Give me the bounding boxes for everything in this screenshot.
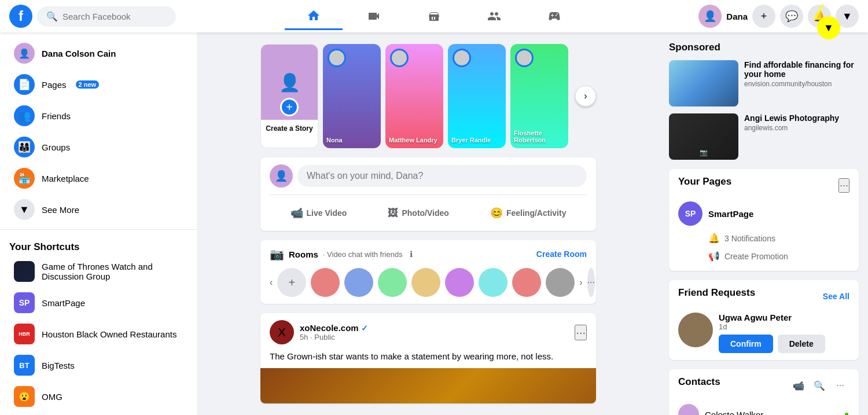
add-room-avatar[interactable]: + bbox=[277, 268, 306, 297]
facebook-logo[interactable]: f bbox=[9, 5, 32, 28]
post-meta: 5h · Public bbox=[300, 333, 368, 341]
shortcut-item-hbor[interactable]: HBR Houston Black Owned Restaurants bbox=[5, 319, 192, 349]
shortcut-item-bigtests[interactable]: BT BigTests bbox=[5, 350, 192, 380]
verified-badge-icon: ✓ bbox=[361, 324, 368, 333]
shortcut-item-fts[interactable]: 🏛 Former Trump Supporters bbox=[5, 413, 192, 415]
center-feed: 👤 + Create a Story Nona Matthew Landry bbox=[197, 32, 660, 415]
post-header: X xoNecole.com ✓ 5h · Public ··· bbox=[260, 313, 596, 351]
friend-request-name: Ugwa Agwu Peter bbox=[719, 313, 849, 322]
shortcut-item-omg[interactable]: 😮 OMG bbox=[5, 381, 192, 412]
search-contacts-button[interactable]: 🔍 bbox=[810, 376, 829, 395]
room-avatar-3[interactable] bbox=[378, 268, 407, 297]
add-button[interactable]: + bbox=[752, 5, 775, 28]
post-author-info: xoNecole.com ✓ 5h · Public bbox=[300, 323, 368, 341]
rooms-avatars: ‹ + › ··· bbox=[270, 268, 587, 297]
sidebar-item-marketplace[interactable]: 🏪 Marketplace bbox=[5, 163, 192, 193]
contacts-more-button[interactable]: ··· bbox=[831, 376, 849, 395]
story-card-4[interactable]: Floshette Robertson bbox=[510, 44, 568, 148]
contact-item-celeste[interactable]: Celeste Walker bbox=[678, 402, 849, 415]
sidebar-item-see-more[interactable]: ▼ See More bbox=[5, 194, 192, 225]
left-sidebar: 👤 Dana Colson Cain 📄 Pages 2 new 👥 Frien… bbox=[0, 32, 197, 415]
new-video-call-button[interactable]: 📹 bbox=[789, 376, 808, 395]
sidebar-item-pages[interactable]: 📄 Pages 2 new bbox=[5, 69, 192, 100]
shortcut-bigtests-label: BigTests bbox=[42, 361, 75, 370]
shortcut-got-label: Game of Thrones Watch and Discussion Gro… bbox=[42, 262, 183, 281]
contacts-actions: 📹 🔍 ··· bbox=[789, 376, 849, 395]
shortcut-item-smartpage[interactable]: SP SmartPage bbox=[5, 288, 192, 318]
create-room-button[interactable]: Create Room bbox=[536, 249, 587, 259]
story-card-2[interactable]: Matthew Landry bbox=[385, 44, 443, 148]
search-input[interactable] bbox=[62, 12, 167, 21]
rooms-info-icon[interactable]: ℹ bbox=[410, 249, 413, 259]
create-story-plus-icon: + bbox=[280, 98, 299, 116]
sidebar-user-avatar: 👤 bbox=[14, 43, 35, 64]
page-actions: 🔔 3 Notifications 📢 Create Promotion bbox=[678, 230, 849, 264]
live-video-icon: 📹 bbox=[290, 207, 303, 219]
see-all-friend-requests-button[interactable]: See All bbox=[823, 292, 849, 301]
story-2-name: Matthew Landry bbox=[389, 137, 440, 144]
sidebar-groups-label: Groups bbox=[42, 142, 70, 152]
page-item-smartpage[interactable]: SP SmartPage bbox=[678, 201, 849, 226]
messenger-button[interactable]: 💬 bbox=[780, 5, 803, 28]
rooms-right-arrow[interactable]: › bbox=[579, 277, 582, 288]
nav-gaming-button[interactable] bbox=[525, 2, 583, 30]
post-input[interactable] bbox=[297, 165, 587, 187]
sidebar-user-profile[interactable]: 👤 Dana Colson Cain bbox=[5, 38, 192, 68]
sidebar-user-name: Dana Colson Cain bbox=[42, 49, 116, 58]
friend-requests-section: Friend Requests See All Ugwa Agwu Peter … bbox=[669, 280, 859, 360]
contacts-title: Contacts bbox=[678, 376, 720, 388]
friend-requests-header: Friend Requests See All bbox=[678, 287, 849, 306]
marketplace-icon: 🏪 bbox=[14, 168, 35, 189]
page-notifications-item[interactable]: 🔔 3 Notifications bbox=[708, 230, 849, 246]
room-avatar-2[interactable] bbox=[344, 268, 373, 297]
nav-groups-button[interactable] bbox=[465, 2, 523, 30]
ad-item-1[interactable]: Find affordable financing for your home … bbox=[669, 60, 859, 106]
ad-item-2[interactable]: 📷 Angi Lewis Photography angilewis.com bbox=[669, 113, 859, 160]
shortcut-item-got[interactable]: Game of Thrones Watch and Discussion Gro… bbox=[5, 256, 192, 287]
page-create-promotion-item[interactable]: 📢 Create Promotion bbox=[708, 248, 849, 264]
story-card-1[interactable]: Nona bbox=[323, 44, 381, 148]
live-video-button[interactable]: 📹 Live Video bbox=[284, 202, 354, 224]
post-image bbox=[260, 368, 596, 403]
story-card-3[interactable]: Bryer Randle bbox=[448, 44, 506, 148]
post-box-avatar: 👤 bbox=[270, 164, 293, 188]
post-page-avatar: X bbox=[270, 320, 294, 344]
create-story-card[interactable]: 👤 + Create a Story bbox=[260, 44, 318, 148]
hbor-icon: HBR bbox=[14, 324, 35, 344]
sidebar-pages-label: Pages bbox=[42, 80, 67, 90]
room-avatar-7[interactable] bbox=[512, 268, 541, 297]
room-avatar-5[interactable] bbox=[445, 268, 474, 297]
ad-1-url: envision.community/houston bbox=[744, 80, 859, 88]
post-more-button[interactable]: ··· bbox=[575, 325, 587, 340]
user-menu-button[interactable]: 👤 Dana bbox=[698, 5, 748, 28]
room-avatar-8[interactable] bbox=[546, 268, 575, 297]
stories-next-button[interactable]: › bbox=[575, 86, 596, 106]
confirm-friend-request-button[interactable]: Confirm bbox=[719, 335, 773, 353]
post-actions: 📹 Live Video 🖼 Photo/Video 😊 Feeling/Act… bbox=[270, 202, 587, 224]
your-pages-more-button[interactable]: ··· bbox=[838, 178, 849, 193]
room-avatar-1[interactable] bbox=[311, 268, 340, 297]
yellow-arrow-indicator: ▼ bbox=[806, 5, 840, 39]
delete-friend-request-button[interactable]: Delete bbox=[778, 335, 825, 353]
photo-video-button[interactable]: 🖼 Photo/Video bbox=[381, 202, 455, 224]
feeling-activity-button[interactable]: 😊 Feeling/Activity bbox=[483, 202, 573, 224]
sidebar-item-groups[interactable]: 👨‍👩‍👧 Groups bbox=[5, 132, 192, 162]
groups-icon: 👨‍👩‍👧 bbox=[14, 137, 35, 157]
rooms-left-arrow[interactable]: ‹ bbox=[270, 277, 273, 288]
post-box: 👤 📹 Live Video 🖼 Photo/Video 😊 Feeling/A… bbox=[260, 157, 596, 231]
shortcut-omg-label: OMG bbox=[42, 392, 62, 402]
nav-home-button[interactable] bbox=[285, 2, 343, 30]
nav-video-button[interactable] bbox=[345, 2, 403, 30]
sidebar-item-friends[interactable]: 👥 Friends bbox=[5, 101, 192, 131]
rooms-overflow: ··· bbox=[587, 268, 595, 297]
sponsored-section: Sponsored Find affordable financing for … bbox=[669, 42, 859, 160]
room-avatar-6[interactable] bbox=[479, 268, 507, 297]
pages-badge: 2 new bbox=[76, 80, 100, 89]
friend-request-time: 1d bbox=[719, 322, 849, 331]
nav-marketplace-button[interactable] bbox=[405, 2, 463, 30]
room-avatar-4[interactable] bbox=[411, 268, 440, 297]
search-box[interactable]: 🔍 bbox=[37, 6, 176, 27]
story-4-avatar bbox=[515, 49, 534, 67]
stories-container: 👤 + Create a Story Nona Matthew Landry bbox=[260, 44, 596, 148]
bigtests-icon: BT bbox=[14, 355, 35, 376]
